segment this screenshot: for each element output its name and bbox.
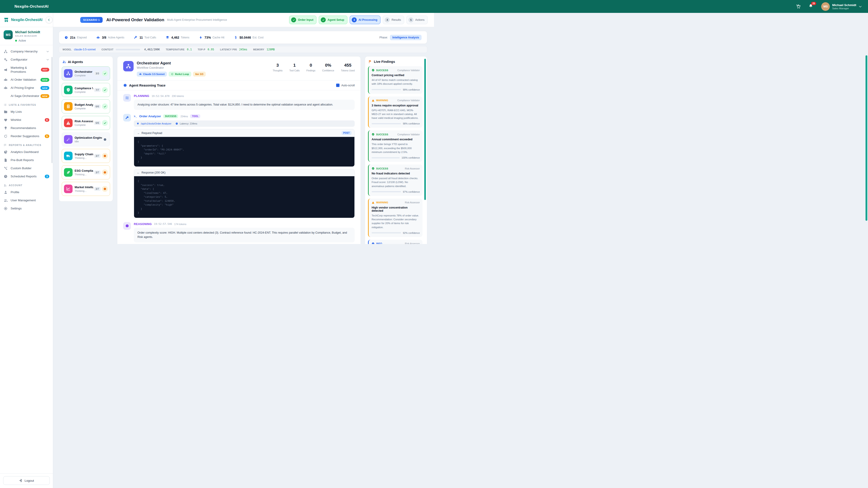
- stat-value: 0%: [322, 63, 334, 68]
- sidebar-item-ai-order-validation[interactable]: AI Order ValidationNEW: [0, 76, 53, 84]
- checklist-icon: [123, 94, 131, 102]
- findings-scrollbar[interactable]: [424, 59, 426, 200]
- agent-info: Supply Chain I...Thinking...: [74, 153, 93, 159]
- sidebar-item-pre-built-reports[interactable]: Pre-Built Reports: [0, 156, 53, 164]
- agent-card-orchestrator[interactable]: Orchestrator ...Complete3/3: [62, 66, 110, 80]
- clock-icon: [176, 122, 178, 125]
- sidebar-item-user-management[interactable]: User Management: [0, 196, 53, 204]
- count-badge: 3: [45, 175, 49, 178]
- temperature-value: 0.1: [187, 48, 192, 51]
- agent-card-esg-complia[interactable]: ESG Complia...Thinking...3/7: [62, 165, 110, 180]
- people-icon: [4, 198, 8, 202]
- agent-card-budget-analy[interactable]: Budget Analy...Complete6/6: [62, 99, 110, 113]
- brain-icon: [123, 222, 131, 230]
- agent-status: Thinking...: [74, 173, 93, 176]
- sidebar-item-profile[interactable]: Profile: [0, 188, 53, 196]
- sidebar-item-configurator[interactable]: Configurator: [0, 56, 53, 64]
- sidebar-item-custom-builder[interactable]: Custom Builder: [0, 164, 53, 172]
- check-icon: [322, 19, 324, 21]
- metric-value: 21s: [70, 36, 75, 39]
- stat-value: 0: [306, 63, 315, 68]
- step-ai-processing[interactable]: 3AI Processing: [350, 15, 380, 24]
- org-chart-icon: [123, 61, 133, 71]
- sidebar-item-marketing-promotions[interactable]: Marketing & PromotionsHOT: [0, 64, 53, 76]
- plug-icon: [136, 122, 139, 125]
- trace-label: REASONING: [134, 223, 152, 226]
- sidebar-scrollbar[interactable]: [52, 57, 53, 163]
- sidebar-item-recommendations[interactable]: Recommendations: [0, 124, 53, 132]
- step-results[interactable]: 4Results: [383, 15, 404, 24]
- status-dot: [15, 40, 17, 41]
- finding-card-contract-pricing-verified[interactable]: SUCCESSCompliance ValidatorContract pric…: [368, 66, 423, 94]
- step-actions[interactable]: 5Actions: [406, 15, 428, 24]
- finding-description: 44 of 47 items match contracted catalog …: [372, 78, 420, 86]
- sidebar-item-label: Wishlist: [11, 118, 45, 122]
- finding-card-3-items-require-exception-approval[interactable]: WARNINGCompliance Validator3 items requi…: [368, 96, 423, 128]
- trace-entry-reasoning: REASONING 19:52:57.546 174 tokens Order …: [123, 222, 355, 242]
- sidebar-item-analytics-dashboard[interactable]: Analytics Dashboard: [0, 148, 53, 156]
- agent-name: Risk Assessor: [74, 120, 93, 123]
- trace-entry-planning: PLANNING 19:52:54.870 230 tokens Analyzi…: [123, 94, 355, 110]
- metric-label: Tokens: [181, 36, 189, 39]
- stat-label: Findings: [306, 69, 315, 72]
- tools-icon: [4, 166, 8, 170]
- metric-value: 3/8: [102, 36, 106, 39]
- ai-agents-panel: AI Agents Orchestrator ...Complete3/3Com…: [59, 56, 113, 201]
- section-title: LISTS & FAVORITES: [9, 103, 36, 106]
- request-code[interactable]: { "parameters": { "orderId": "PO-2024-00…: [134, 137, 354, 166]
- metrics-bar: 21sElapsed3/8Active Agents11Tool Calls4,…: [59, 31, 427, 44]
- status-badge: NEW: [40, 78, 49, 82]
- finding-title: Annual commitment exceeded: [372, 138, 420, 141]
- agent-card-market-intellig[interactable]: Market Intellig...Thinking...3/7: [62, 182, 110, 196]
- reasoning-trace-header: Agent Reasoning Trace Auto-scroll: [117, 80, 361, 90]
- finding-card-no-fraud-indicators-detected[interactable]: SUCCESSRisk AssessorNo fraud indicators …: [368, 164, 423, 196]
- agent-name: ESG Complia...: [74, 169, 93, 172]
- response-code[interactable]: { "success": true, "data": { "lineItems"…: [134, 176, 354, 218]
- sidebar-item-label: Reorder Suggestions: [11, 134, 45, 138]
- wrench-icon: [134, 36, 137, 39]
- sidebar-item-company-hierarchy[interactable]: Company Hierarchy: [0, 47, 53, 56]
- sidebar-item-reorder-suggestions[interactable]: Reorder Suggestions5: [0, 132, 53, 140]
- agent-state-icon: [102, 87, 108, 93]
- sidebar-item-scheduled-reports[interactable]: Scheduled Reports3: [0, 172, 53, 181]
- idle-dot-icon: [104, 138, 106, 141]
- finding-card-high-vendor-concentration-detected[interactable]: WARNINGRisk AssessorHigh vendor concentr…: [368, 199, 423, 237]
- finding-header: INFORisk Assessor: [372, 242, 420, 244]
- step-agent-setup[interactable]: Agent Setup: [319, 15, 347, 24]
- auto-scroll-toggle[interactable]: Auto-scroll: [336, 84, 355, 87]
- sidebar-brand-row: Nexgile-OrchestAI: [0, 13, 53, 27]
- agent-list: Orchestrator ...Complete3/3Compliance V.…: [62, 66, 110, 196]
- arrow-right-icon: →: [137, 131, 140, 135]
- sidebar-item-ai-saga-orchestrator[interactable]: AI Saga OrchestratorNEW: [0, 92, 53, 100]
- agent-role: Workflow Coordinator: [137, 66, 206, 69]
- trace-timestamp: 19:52:54.870: [151, 95, 169, 98]
- finding-card-consistent-ordering-pattern[interactable]: INFORisk AssessorConsistent ordering pat…: [368, 240, 423, 244]
- brain-icon: [103, 187, 106, 191]
- step-label: Agent Setup: [328, 18, 344, 22]
- agent-card-optimization-engine[interactable]: Optimization EngineIdle: [62, 132, 110, 147]
- live-findings-panel: Live Findings SUCCESSCompliance Validato…: [365, 56, 427, 244]
- stat-value: 455: [341, 63, 355, 68]
- finding-header: WARNINGRisk Assessor: [372, 201, 420, 204]
- step-order-input[interactable]: Order Input: [289, 15, 316, 24]
- agent-card-supply-chain-i[interactable]: Supply Chain I...Thinking...3/7: [62, 149, 110, 163]
- warning-icon: [372, 99, 375, 102]
- agent-card-risk-assessor[interactable]: Risk AssessorComplete6/6: [62, 116, 110, 130]
- section-header-lists-favorites: LISTS & FAVORITES: [0, 100, 53, 108]
- agent-card-compliance-v[interactable]: Compliance V...Complete7/7: [62, 83, 110, 97]
- agent-badge-iter-3-3: Iter 3/3: [193, 72, 206, 76]
- tool-duration: 234ms: [180, 115, 188, 118]
- sidebar-item-settings[interactable]: Settings: [0, 204, 53, 213]
- stat-confidence: 0%Confidence: [322, 63, 334, 72]
- warning-triangle-icon: [64, 119, 72, 127]
- sidebar-item-label: Custom Builder: [11, 166, 49, 170]
- finding-card-annual-commitment-exceeded[interactable]: SUCCESSCompliance ValidatorAnnual commit…: [368, 130, 423, 162]
- sidebar-item-ai-pricing-engine[interactable]: AI Pricing EngineNEW: [0, 84, 53, 92]
- request-label: Request Payload: [142, 131, 162, 135]
- sidebar-collapse-button[interactable]: [46, 17, 53, 23]
- sidebar-item-my-lists[interactable]: My Lists: [0, 108, 53, 116]
- agent-info: Budget Analy...Complete: [74, 103, 93, 110]
- sidebar-item-label: Company Hierarchy: [11, 50, 46, 54]
- finding-agent: Compliance Validator: [397, 69, 420, 72]
- sidebar-item-wishlist[interactable]: Wishlist6: [0, 116, 53, 124]
